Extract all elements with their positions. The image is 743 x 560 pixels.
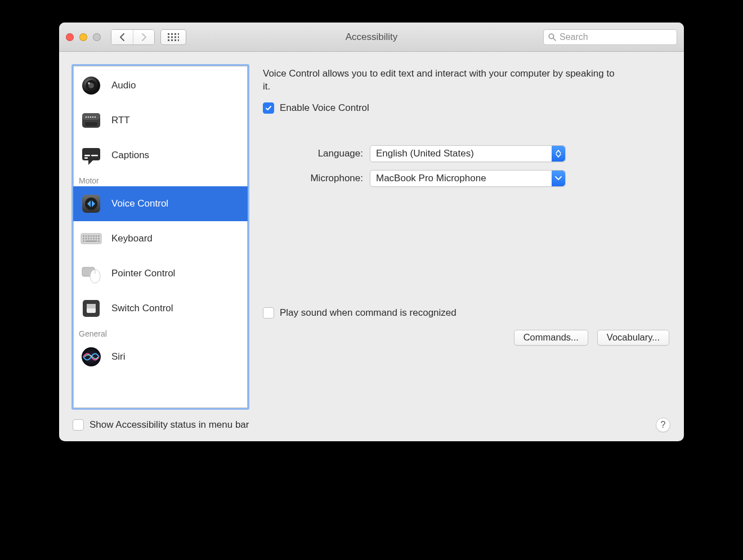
vocabulary-button[interactable]: Vocabulary...: [597, 330, 669, 346]
sidebar-item-audio[interactable]: Audio: [73, 68, 248, 103]
svg-point-24: [95, 117, 96, 118]
captions-icon: [79, 143, 104, 168]
chevron-right-icon: [141, 33, 147, 41]
language-popup[interactable]: English (United States): [370, 145, 566, 162]
svg-rect-47: [83, 240, 84, 242]
svg-rect-39: [98, 235, 100, 237]
svg-point-17: [88, 82, 90, 84]
svg-rect-42: [88, 238, 89, 240]
back-button[interactable]: [111, 30, 133, 44]
sidebar-item-label: Voice Control: [111, 198, 168, 209]
play-sound-label: Play sound when command is recognized: [280, 307, 456, 319]
show-status-checkbox[interactable]: [73, 419, 84, 431]
nav-segmented: [111, 29, 155, 45]
forward-button[interactable]: [133, 30, 154, 44]
switch-control-icon: [79, 296, 104, 321]
section-label-motor: Motor: [73, 173, 248, 186]
svg-rect-49: [98, 240, 100, 242]
svg-rect-2: [174, 33, 176, 35]
content-pane: Voice Control allows you to edit text an…: [263, 64, 672, 410]
minimize-window-button[interactable]: [79, 33, 87, 41]
svg-rect-5: [171, 36, 173, 38]
svg-rect-43: [91, 238, 92, 240]
checkmark-icon: [265, 105, 272, 111]
svg-line-13: [553, 38, 556, 41]
svg-rect-3: [178, 33, 179, 35]
svg-rect-29: [84, 158, 88, 159]
play-sound-checkbox[interactable]: [263, 307, 274, 319]
rtt-icon: [79, 108, 104, 133]
svg-rect-27: [84, 155, 90, 156]
svg-rect-44: [93, 238, 95, 240]
action-buttons: Commands... Vocabulary...: [263, 330, 672, 346]
microphone-popup[interactable]: MacBook Pro Microphone: [370, 170, 566, 187]
preferences-window: Accessibility: [59, 23, 684, 441]
svg-rect-0: [168, 33, 169, 35]
svg-rect-1: [171, 33, 173, 35]
enable-voice-control-checkbox[interactable]: [263, 102, 274, 114]
sidebar-item-pointer-control[interactable]: Pointer Control: [73, 256, 248, 291]
svg-rect-19: [82, 113, 100, 120]
search-input[interactable]: [560, 32, 672, 42]
svg-rect-33: [83, 235, 84, 237]
sidebar-item-label: RTT: [111, 115, 130, 126]
description-text: Voice Control allows you to edit text an…: [263, 68, 623, 93]
svg-rect-41: [86, 238, 87, 240]
svg-rect-48: [86, 240, 97, 242]
sidebar-scroll[interactable]: Audio RTT: [73, 66, 248, 408]
sidebar-item-voice-control[interactable]: Voice Control: [73, 186, 248, 221]
svg-rect-7: [178, 36, 179, 38]
svg-rect-25: [85, 122, 97, 126]
sidebar-item-label: Keyboard: [111, 233, 153, 244]
siri-icon: [79, 344, 104, 369]
microphone-row: Microphone: MacBook Pro Microphone: [263, 170, 672, 187]
sidebar: Audio RTT: [71, 64, 249, 410]
language-row: Language: English (United States): [263, 145, 672, 162]
help-button[interactable]: ?: [656, 418, 670, 432]
svg-rect-28: [91, 155, 98, 156]
traffic-lights: [66, 33, 101, 41]
close-window-button[interactable]: [66, 33, 74, 41]
svg-rect-40: [83, 238, 84, 240]
sidebar-item-label: Pointer Control: [111, 268, 175, 279]
svg-rect-34: [86, 235, 87, 237]
svg-rect-6: [174, 36, 176, 38]
svg-rect-37: [93, 235, 95, 237]
svg-point-22: [90, 117, 92, 118]
section-label-general: General: [73, 326, 248, 339]
sidebar-item-rtt[interactable]: RTT: [73, 103, 248, 138]
svg-rect-36: [91, 235, 92, 237]
grid-icon: [168, 33, 179, 41]
search-field[interactable]: [543, 29, 677, 45]
sidebar-item-label: Audio: [111, 80, 136, 91]
svg-rect-9: [171, 39, 173, 41]
svg-point-21: [88, 117, 89, 118]
sidebar-item-label: Siri: [111, 351, 126, 362]
play-sound-row: Play sound when command is recognized: [263, 307, 672, 319]
sidebar-item-siri[interactable]: Siri: [73, 339, 248, 374]
show-all-button[interactable]: [160, 29, 186, 45]
language-value: English (United States): [370, 148, 474, 159]
voice-control-icon: [79, 191, 104, 216]
commands-button[interactable]: Commands...: [514, 330, 588, 346]
sidebar-item-captions[interactable]: Captions: [73, 138, 248, 173]
pointer-control-icon: [79, 261, 104, 286]
svg-rect-38: [96, 235, 97, 237]
updown-icon: [552, 146, 565, 162]
show-status-label: Show Accessibility status in menu bar: [89, 419, 249, 431]
sidebar-item-label: Captions: [111, 150, 149, 161]
chevron-down-icon: [552, 171, 565, 186]
sidebar-item-switch-control[interactable]: Switch Control: [73, 291, 248, 326]
svg-rect-45: [96, 238, 97, 240]
zoom-window-button: [93, 33, 101, 41]
sidebar-item-label: Switch Control: [111, 303, 173, 314]
speaker-icon: [79, 73, 104, 98]
sidebar-item-keyboard[interactable]: Keyboard: [73, 221, 248, 256]
svg-rect-4: [168, 36, 169, 38]
panels: Audio RTT: [71, 64, 672, 410]
svg-point-23: [92, 117, 94, 118]
enable-voice-control-label: Enable Voice Control: [280, 102, 369, 114]
body: Audio RTT: [59, 52, 684, 441]
svg-rect-46: [98, 238, 100, 240]
chevron-left-icon: [119, 33, 125, 41]
